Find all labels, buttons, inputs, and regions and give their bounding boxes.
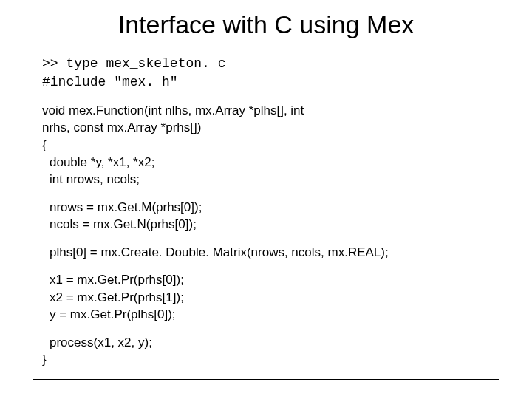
slide: Interface with C using Mex >> type mex_s… (0, 0, 532, 399)
code-nrows: nrows = mx.Get.M(prhs[0]); (42, 199, 490, 216)
code-y: y = mx.Get.Pr(plhs[0]); (42, 306, 490, 323)
code-prompt: >> type mex_skeleton. c (42, 55, 490, 73)
code-plhs: plhs[0] = mx.Create. Double. Matrix(nrow… (42, 244, 490, 261)
code-decl2: int nrows, ncols; (42, 171, 490, 188)
code-brace-close: } (42, 351, 490, 368)
code-include: #include "mex. h" (42, 73, 490, 92)
code-brace-open: { (42, 137, 490, 154)
code-sig2: nrhs, const mx.Array *prhs[]) (42, 119, 490, 136)
code-process: process(x1, x2, y); (42, 334, 490, 351)
code-sig1: void mex.Function(int nlhs, mx.Array *pl… (42, 102, 490, 119)
slide-title: Interface with C using Mex (0, 0, 532, 47)
code-ncols: ncols = mx.Get.N(prhs[0]); (42, 216, 490, 233)
code-box: >> type mex_skeleton. c #include "mex. h… (33, 47, 499, 380)
code-x1: x1 = mx.Get.Pr(prhs[0]); (42, 271, 490, 288)
code-decl1: double *y, *x1, *x2; (42, 154, 490, 171)
code-x2: x2 = mx.Get.Pr(prhs[1]); (42, 289, 490, 306)
